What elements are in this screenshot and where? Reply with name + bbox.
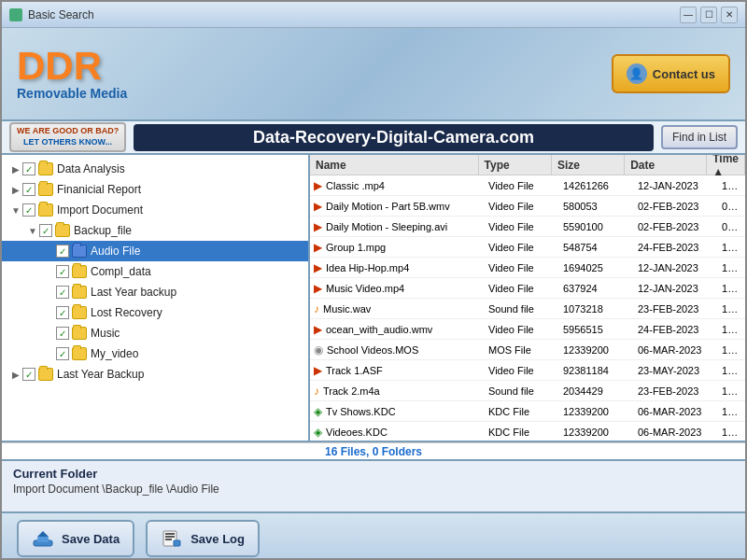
maximize-button[interactable]: ☐	[700, 7, 717, 23]
col-header-size: Size	[552, 155, 625, 175]
header: DDR Removable Media 👤 Contact us	[2, 28, 745, 121]
table-row[interactable]: ◈ Tv Shows.KDC KDC File 12339200 06-MAR-…	[310, 401, 745, 422]
file-name-cell: ♪ Music.wav	[310, 301, 483, 317]
save-log-button[interactable]: Save Log	[146, 520, 260, 557]
tree-item[interactable]: Music	[2, 323, 308, 343]
file-date: 23-FEB-2023	[632, 301, 716, 316]
tree-checkbox[interactable]	[22, 162, 35, 175]
svg-rect-5	[165, 536, 175, 538]
tree-checkbox[interactable]	[22, 368, 35, 381]
svg-rect-6	[165, 539, 172, 540]
tree-item[interactable]: ▶Data Analysis	[2, 159, 308, 179]
file-rows: ▶ Classic .mp4 Video File 14261266 12-JA…	[310, 175, 745, 441]
find-in-list-button[interactable]: Find in List	[661, 125, 738, 149]
tree-item[interactable]: Compl_data	[2, 261, 308, 282]
tree-item[interactable]: My_video	[2, 343, 308, 364]
file-name-cell: ▶ Classic .mp4	[310, 177, 483, 194]
tree-item[interactable]: ▶Last Year Backup	[2, 364, 308, 385]
file-date: 12-JAN-2023	[632, 178, 716, 193]
app-icon	[9, 8, 22, 21]
col-header-time: Time ▲	[707, 155, 745, 175]
file-count-label: 16 Files, 0 Folders	[325, 445, 422, 458]
tree-item[interactable]: Lost Recovery	[2, 302, 308, 323]
tree-checkbox[interactable]	[39, 224, 52, 237]
file-time: 14:58	[716, 260, 745, 275]
tree-checkbox[interactable]	[56, 306, 69, 319]
contact-button[interactable]: 👤 Contact us	[612, 54, 730, 93]
table-row[interactable]: ▶ Music Video.mp4 Video File 637924 12-J…	[310, 278, 745, 299]
file-type-icon: ◉	[314, 343, 323, 357]
table-row[interactable]: ▶ Idea Hip-Hop.mp4 Video File 1694025 12…	[310, 258, 745, 278]
tree-checkbox[interactable]	[56, 327, 69, 340]
folder-icon	[38, 368, 53, 381]
col-header-type: Type	[479, 155, 552, 175]
file-size: 12339200	[557, 404, 632, 419]
table-row[interactable]: ♪ Music.wav Sound file 1073218 23-FEB-20…	[310, 299, 745, 319]
file-type-icon: ♪	[314, 385, 319, 398]
file-name: Group 1.mpg	[326, 242, 386, 253]
tree-item-label: Last Year Backup	[57, 368, 144, 381]
table-row[interactable]: ▶ Daily Motion - Sleeping.avi Video File…	[310, 217, 745, 237]
file-time: 16:38	[716, 343, 745, 357]
file-time: 09:38	[716, 199, 745, 214]
file-name: Classic .mp4	[326, 180, 385, 191]
folder-icon	[38, 162, 53, 175]
table-row[interactable]: ▶ Daily Motion - Part 5B.wmv Video File …	[310, 196, 745, 217]
tree-item[interactable]: ▼Import Document	[2, 200, 308, 220]
file-name: Videoes.KDC	[326, 427, 388, 438]
file-date: 06-MAR-2023	[632, 404, 716, 419]
tree-toggle[interactable]: ▼	[9, 205, 22, 216]
tree-item-label: Last Year backup	[91, 286, 176, 299]
file-type: MOS File	[483, 343, 557, 357]
table-row[interactable]: ▶ ocean_with_audio.wmv Video File 595651…	[310, 319, 745, 340]
tree-toggle[interactable]: ▼	[26, 226, 39, 236]
left-panel[interactable]: ▶Data Analysis▶Finanicial Report▼Import …	[2, 155, 310, 441]
save-data-button[interactable]: Save Data	[17, 520, 134, 557]
tree-checkbox[interactable]	[22, 183, 35, 196]
tree-checkbox[interactable]	[56, 245, 69, 258]
titlebar-left: Basic Search	[9, 8, 94, 21]
tree-item[interactable]: Last Year backup	[2, 282, 308, 302]
tree-toggle[interactable]: ▶	[9, 185, 22, 195]
tree-checkbox[interactable]	[56, 265, 69, 278]
table-row[interactable]: ◈ Videoes.KDC KDC File 12339200 06-MAR-2…	[310, 422, 745, 441]
file-date: 02-FEB-2023	[632, 219, 716, 234]
svg-rect-4	[165, 533, 175, 535]
tree-checkbox[interactable]	[56, 347, 69, 360]
titlebar: Basic Search — ☐ ✕	[2, 2, 745, 28]
badge-line2: LET OTHERS KNOW...	[23, 137, 112, 148]
file-type-icon: ▶	[314, 220, 322, 233]
file-time: 16:02	[716, 322, 745, 337]
file-table-header: Name Type Size Date Time ▲	[310, 155, 745, 175]
table-row[interactable]: ♪ Track 2.m4a Sound file 2034429 23-FEB-…	[310, 381, 745, 401]
tree-item[interactable]: Audio File	[2, 241, 308, 261]
file-name: Music.wav	[323, 303, 371, 315]
tree-checkbox[interactable]	[56, 286, 69, 299]
minimize-button[interactable]: —	[680, 7, 697, 23]
file-type: Sound file	[483, 301, 557, 316]
file-size: 5956515	[557, 322, 632, 337]
tree-toggle[interactable]: ▶	[9, 370, 22, 380]
file-size: 580053	[557, 199, 632, 214]
table-row[interactable]: ▶ Classic .mp4 Video File 14261266 12-JA…	[310, 175, 745, 196]
banner-url: Data-Recovery-Digital-Camera.com	[134, 124, 654, 151]
file-date: 06-MAR-2023	[632, 343, 716, 357]
file-name-cell: ▶ ocean_with_audio.wmv	[310, 321, 483, 338]
titlebar-title: Basic Search	[28, 8, 94, 21]
folder-icon	[72, 306, 87, 319]
file-name: ocean_with_audio.wmv	[326, 324, 432, 335]
file-date: 24-FEB-2023	[632, 322, 716, 337]
close-button[interactable]: ✕	[721, 7, 738, 23]
table-row[interactable]: ◉ School Videos.MOS MOS File 12339200 06…	[310, 340, 745, 360]
tree-toggle[interactable]: ▶	[9, 164, 22, 175]
table-row[interactable]: ▶ Group 1.mpg Video File 548754 24-FEB-2…	[310, 237, 745, 258]
tree-checkbox[interactable]	[22, 203, 35, 217]
file-type-icon: ◈	[314, 405, 322, 418]
file-size: 12339200	[557, 343, 632, 357]
file-size: 1694025	[557, 260, 632, 275]
tree-item[interactable]: ▼Backup_file	[2, 220, 308, 241]
table-row[interactable]: ▶ Track 1.ASF Video File 92381184 23-MAY…	[310, 360, 745, 381]
main-area: ▶Data Analysis▶Finanicial Report▼Import …	[2, 155, 745, 442]
tree-item[interactable]: ▶Finanicial Report	[2, 179, 308, 200]
right-panel[interactable]: Name Type Size Date Time ▲ ▶ Classic .mp…	[310, 155, 745, 441]
